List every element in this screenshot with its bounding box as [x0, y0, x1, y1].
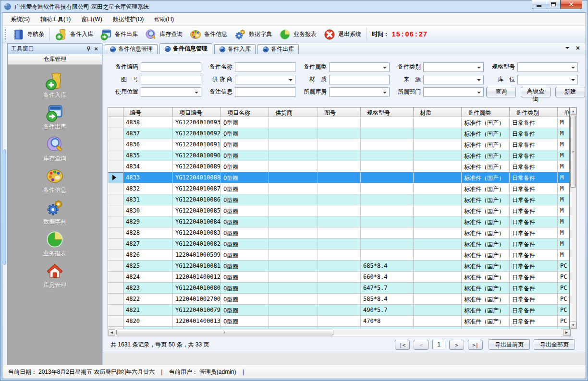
- table-row[interactable]: 4837YG12204010092O型圈标准件（国产）日常备件M: [108, 128, 569, 139]
- row-selector-cell[interactable]: [108, 172, 123, 183]
- query-button[interactable]: 查询: [486, 87, 516, 97]
- last-page-button[interactable]: >|: [468, 340, 483, 350]
- column-header-spec[interactable]: 规格型号: [361, 107, 414, 117]
- scroll-left-icon[interactable]: ◀: [108, 329, 115, 336]
- search-select-location[interactable]: [517, 75, 578, 84]
- row-selector-cell[interactable]: [108, 205, 123, 216]
- new-button[interactable]: 新建: [555, 87, 585, 97]
- menu-item-help[interactable]: 帮助(H): [149, 13, 179, 25]
- sidebar-item-warehouse-manage[interactable]: 库房管理: [43, 262, 66, 293]
- row-selector-cell[interactable]: [108, 117, 123, 128]
- sidebar-item-part-out[interactable]: 备件出库: [43, 103, 66, 135]
- prev-page-button[interactable]: <: [414, 340, 429, 350]
- row-selector-cell[interactable]: [108, 128, 123, 139]
- table-row[interactable]: 4836YG12204010091O型圈标准件（国产）日常备件M: [108, 139, 569, 150]
- tab-part-info-manage-1[interactable]: 备件信息管理: [105, 44, 158, 54]
- tab-list-dropdown-icon[interactable]: [565, 47, 569, 51]
- row-selector-cell[interactable]: [108, 272, 123, 283]
- toolbar-button-part-in[interactable]: 备件入库: [52, 27, 97, 42]
- table-row[interactable]: 48261220401000599O型圈标准件（国产）日常备件M: [108, 250, 569, 261]
- search-select-spec-model[interactable]: [517, 62, 578, 72]
- column-header-id[interactable]: 编号: [123, 107, 173, 117]
- table-row[interactable]: 4833YG12204010088O型圈标准件（国产）日常备件M: [108, 172, 569, 183]
- sidebar-item-part-in[interactable]: 备件入库: [43, 71, 66, 103]
- row-selector-cell[interactable]: [108, 316, 123, 327]
- tab-close-icon[interactable]: ×: [576, 46, 580, 50]
- search-select-part-category[interactable]: [423, 62, 484, 72]
- sidebar-item-data-dict[interactable]: 数据字典: [43, 198, 66, 230]
- row-selector-cell[interactable]: [108, 327, 123, 329]
- table-row[interactable]: 4825YG12204010081O型圈685*8.4标准件（国产）日常备件PC: [108, 261, 569, 272]
- column-header-name[interactable]: 项目名称: [221, 107, 269, 117]
- first-page-button[interactable]: |<: [395, 340, 410, 350]
- table-row[interactable]: 4832YG12204010087O型圈标准件（国产）日常备件M: [108, 183, 569, 194]
- search-select-use-position[interactable]: [141, 87, 201, 97]
- row-selector-cell[interactable]: [108, 150, 123, 161]
- row-selector-cell[interactable]: [108, 183, 123, 194]
- scroll-down-icon[interactable]: ▼: [570, 321, 576, 329]
- table-row[interactable]: 4830YG12204010085O型圈标准件（国产）日常备件M: [108, 205, 569, 216]
- row-selector-cell[interactable]: [108, 139, 123, 150]
- table-row[interactable]: 4827YG12204010082O型圈标准件（国产）日常备件M: [108, 238, 569, 250]
- search-input-drawing-no[interactable]: [141, 75, 201, 84]
- toolbar-button-part-info[interactable]: 备件信息: [186, 27, 231, 42]
- search-select-source[interactable]: [423, 75, 484, 84]
- export-current-page-button[interactable]: 导出当前页: [489, 339, 530, 350]
- toolbar-button-data-dict[interactable]: 数据字典: [231, 27, 275, 42]
- row-selector-cell[interactable]: [108, 161, 123, 172]
- minimize-button[interactable]: [532, 0, 546, 9]
- maximize-button[interactable]: [546, 0, 560, 9]
- scroll-right-icon[interactable]: ▶: [563, 329, 570, 336]
- table-row[interactable]: 4829YG12204010084O型圈标准件（国产）日常备件M: [108, 216, 569, 227]
- splitter-thumb[interactable]: [3, 149, 6, 265]
- column-header-supplier[interactable]: 供货商: [269, 107, 318, 117]
- table-row[interactable]: 4834YG12204010089O型圈标准件（国产）日常备件M: [108, 161, 569, 172]
- sidebar-section-warehouse[interactable]: 仓库管理: [8, 54, 102, 65]
- row-selector-cell[interactable]: [108, 294, 123, 305]
- search-input-part-code[interactable]: [141, 62, 201, 72]
- row-selector-cell[interactable]: [108, 227, 123, 238]
- export-all-pages-button[interactable]: 导出全部页: [534, 339, 575, 350]
- column-header-category[interactable]: 备件属类: [462, 107, 510, 117]
- table-row[interactable]: O型圈标准件（国产）日常备件: [108, 327, 569, 329]
- page-number-input[interactable]: [432, 340, 445, 349]
- table-row[interactable]: 4835YG12204010090O型圈标准件（国产）日常备件M: [108, 150, 569, 161]
- table-row[interactable]: 4828YG12204010083O型圈标准件（国产）日常备件M: [108, 227, 569, 238]
- menu-item-system[interactable]: 系统(S): [5, 13, 35, 25]
- column-header-drawing_no[interactable]: 图号: [318, 107, 361, 117]
- vscroll-thumb[interactable]: [570, 116, 576, 188]
- column-header-unit[interactable]: 单位: [558, 107, 570, 117]
- close-button[interactable]: ✕: [560, 0, 582, 9]
- next-page-button[interactable]: >: [449, 340, 464, 350]
- sidebar-item-stock-query[interactable]: 库存查询: [43, 135, 66, 167]
- table-row[interactable]: 48241220401400012O型圈660*8.4标准件（国产）日常备件PC: [108, 272, 569, 283]
- vertical-scrollbar[interactable]: ▲ ▼: [570, 107, 577, 329]
- row-selector-cell[interactable]: [108, 194, 123, 205]
- row-selector-cell[interactable]: [108, 238, 123, 250]
- toolbar-button-stock-query[interactable]: 库存查询: [141, 27, 186, 42]
- tab-part-in[interactable]: 备件入库: [214, 44, 256, 54]
- sidebar-close-icon[interactable]: ×: [92, 45, 100, 52]
- search-input-material[interactable]: [329, 75, 390, 84]
- table-row[interactable]: 48201220401400013O型圈470*8标准件（国产）日常备件PC: [108, 316, 569, 327]
- search-select-part-attr-class[interactable]: [329, 62, 390, 72]
- toolbar-button-exit-system[interactable]: 退出系统: [320, 27, 365, 42]
- table-row[interactable]: 48221220401002700O型圈585*8.4标准件（国产）日常备件PC: [108, 294, 569, 305]
- advanced-query-button[interactable]: 高级查询: [521, 87, 551, 97]
- sidebar-item-business-report[interactable]: 业务报表: [43, 230, 66, 262]
- menu-item-aux-tools[interactable]: 辅助工具(T): [35, 13, 76, 25]
- menu-item-window[interactable]: 窗口(W): [76, 13, 107, 25]
- column-header-material[interactable]: 材质: [414, 107, 462, 117]
- row-selector-cell[interactable]: [108, 216, 123, 227]
- menu-item-data-maintain[interactable]: 数据维护(D): [108, 13, 149, 25]
- table-row[interactable]: 4823YG12204010080O型圈647*5.7标准件（国产）日常备件PC: [108, 283, 569, 294]
- hscroll-thumb[interactable]: [116, 330, 333, 335]
- toolbar-button-part-out[interactable]: 备件出库: [97, 27, 141, 42]
- row-selector-cell[interactable]: [108, 305, 123, 316]
- search-input-remark[interactable]: [235, 87, 295, 97]
- column-header-type[interactable]: 备件类别: [510, 107, 558, 117]
- horizontal-scrollbar[interactable]: ◀ ▶: [108, 329, 571, 336]
- table-row[interactable]: 4838YG12204010093O型圈标准件（国产）日常备件M: [108, 117, 569, 128]
- scroll-up-icon[interactable]: ▲: [570, 107, 576, 115]
- sidebar-item-part-info[interactable]: 备件信息: [43, 167, 66, 198]
